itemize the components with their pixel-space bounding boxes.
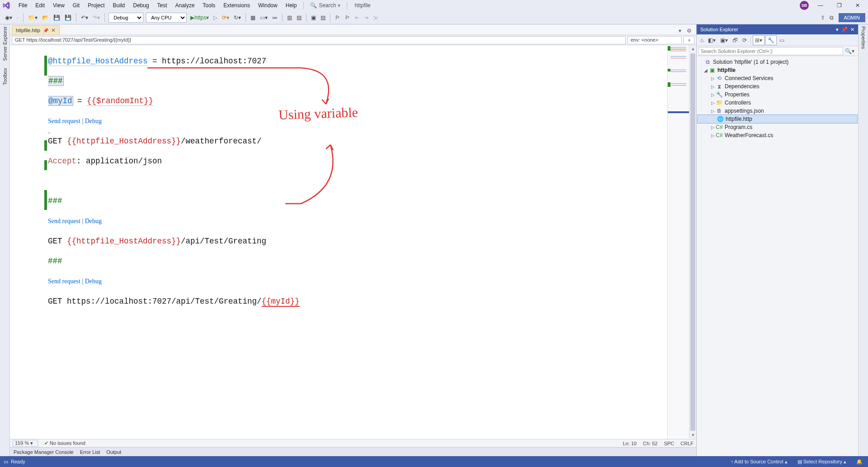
menu-build[interactable]: Build xyxy=(109,1,129,10)
menu-help[interactable]: Help xyxy=(282,1,301,10)
tab-overflow-button[interactable]: ▾ xyxy=(677,27,683,35)
scroll-up-icon[interactable]: ▴ xyxy=(689,45,696,52)
preview-icon[interactable]: ▭ xyxy=(778,36,786,45)
close-icon[interactable]: ✕ xyxy=(51,27,56,33)
pending-icon[interactable]: ▣▾ xyxy=(718,36,730,45)
menu-git[interactable]: Git xyxy=(69,1,84,10)
request-selector[interactable]: GET https://localhost:7027/api/Test/Grea… xyxy=(12,36,626,44)
tb-icon[interactable]: ▥ xyxy=(285,13,294,22)
menu-edit[interactable]: Edit xyxy=(31,1,49,10)
debug-link[interactable]: Debug xyxy=(85,278,102,285)
col-indicator[interactable]: Ch: 52 xyxy=(643,441,657,446)
scroll-down-icon[interactable]: ▾ xyxy=(689,432,696,439)
tree-program[interactable]: ▷C#Program.cs xyxy=(698,123,857,131)
tree-weather[interactable]: ▷C#WeatherForecast.cs xyxy=(698,131,857,139)
panel-menu-icon[interactable]: ▾ xyxy=(836,27,839,33)
send-request-link[interactable]: Send request xyxy=(48,118,80,124)
code-area[interactable]: @httpfile_HostAddress = https://localhos… xyxy=(48,45,667,439)
tb-icon[interactable]: ⇲ xyxy=(371,13,380,22)
search-box[interactable]: 🔍 Search ▾ xyxy=(307,1,344,10)
tab-settings-button[interactable]: ⚙ xyxy=(685,27,693,35)
tree-appsettings[interactable]: ▷🗎appsettings.json xyxy=(698,107,857,115)
line-indicator[interactable]: Ln: 10 xyxy=(623,441,637,446)
refresh-icon[interactable]: ⟳ xyxy=(741,36,749,45)
menu-tools[interactable]: Tools xyxy=(198,1,219,10)
env-selector[interactable]: env: <none> xyxy=(627,36,682,44)
output-tab[interactable]: Output xyxy=(106,449,121,455)
nav-forward-button[interactable]: ◦ xyxy=(14,13,21,22)
search-icon[interactable]: 🔍▾ xyxy=(843,48,856,54)
eol-indicator[interactable]: CRLF xyxy=(680,441,693,446)
save-button[interactable]: 💾 xyxy=(51,13,62,22)
home-icon[interactable]: ⌂ xyxy=(698,36,705,45)
properties-icon[interactable]: 🔧 xyxy=(765,35,777,45)
tb-icon[interactable]: 🏳 xyxy=(333,13,343,22)
menu-extensions[interactable]: Extensions xyxy=(219,1,254,10)
solution-config-select[interactable]: Debug xyxy=(108,13,143,23)
tb-icon[interactable]: ▤ xyxy=(318,13,328,22)
close-icon[interactable]: ✕ xyxy=(850,27,854,33)
admin-badge[interactable]: ADMIN xyxy=(839,13,865,22)
toolbox-tab[interactable]: Toolbox xyxy=(2,68,8,85)
select-repo-button[interactable]: ▤ Select Repository ▴ xyxy=(796,458,848,466)
open-file-button[interactable]: 📂 xyxy=(40,13,51,22)
menu-test[interactable]: Test xyxy=(153,1,171,10)
switch-views-icon[interactable]: ◧▾ xyxy=(706,36,717,45)
menu-project[interactable]: Project xyxy=(84,1,108,10)
menu-debug[interactable]: Debug xyxy=(129,1,153,10)
tb-icon[interactable]: ▤ xyxy=(294,13,304,22)
tb-icon[interactable]: ▭▾ xyxy=(258,13,270,22)
start-without-debug-button[interactable]: ▷ xyxy=(211,13,220,22)
file-tab-httpfile[interactable]: httpfile.http 📌 ✕ xyxy=(12,25,60,35)
save-all-button[interactable]: 💾 xyxy=(62,13,74,22)
editor[interactable]: ⌄ @httpfile_HostAddress = https://localh… xyxy=(10,45,696,439)
notifications-icon[interactable]: 🔔 xyxy=(854,458,864,466)
pin-icon[interactable]: 📌 xyxy=(841,27,848,33)
nav-back-button[interactable]: ◉▾ xyxy=(3,13,14,22)
send-request-link[interactable]: Send request xyxy=(48,278,80,285)
tb-icon[interactable]: ⇥ xyxy=(362,13,371,22)
close-button[interactable]: ✕ xyxy=(851,0,864,10)
tb-icon[interactable]: 🏳 xyxy=(343,13,353,22)
sync-icon[interactable]: 🗗 xyxy=(731,36,740,45)
refresh-button[interactable]: ↻▾ xyxy=(231,13,243,22)
live-share-button[interactable]: ⧉ xyxy=(827,13,836,22)
menu-view[interactable]: View xyxy=(49,1,69,10)
show-all-icon[interactable]: ⊞▾ xyxy=(753,35,764,45)
tb-icon[interactable]: ≔ xyxy=(270,13,280,22)
user-avatar[interactable]: SB xyxy=(800,1,809,10)
tree-properties[interactable]: ▷🔧Properties xyxy=(698,91,857,99)
minimize-button[interactable]: — xyxy=(813,0,828,10)
menu-analyze[interactable]: Analyze xyxy=(171,1,199,10)
debug-link[interactable]: Debug xyxy=(85,118,102,124)
undo-button[interactable]: ↶▾ xyxy=(79,13,90,22)
tree-solution[interactable]: ⧉Solution 'httpfile' (1 of 1 project) xyxy=(698,58,857,66)
tree-project[interactable]: ◢▣httpfile xyxy=(698,66,857,74)
restore-button[interactable]: ❐ xyxy=(832,0,846,10)
package-manager-console-tab[interactable]: Package Manager Console xyxy=(14,449,74,455)
share-button[interactable]: ⇪ xyxy=(818,13,827,22)
tb-icon[interactable]: ⇤ xyxy=(353,13,362,22)
solution-platform-select[interactable]: Any CPU xyxy=(146,13,187,23)
add-source-control-button[interactable]: ↑ Add to Source Control ▴ xyxy=(729,458,789,466)
tree-httpfile[interactable]: 🌐httpfile.http xyxy=(698,115,857,123)
tb-icon[interactable]: ▦ xyxy=(248,13,258,22)
solution-search-input[interactable] xyxy=(698,47,843,55)
issues-status[interactable]: ✔ No issues found xyxy=(44,440,85,446)
server-explorer-tab[interactable]: Server Explorer xyxy=(2,26,8,61)
menu-window[interactable]: Window xyxy=(254,1,282,10)
hot-reload-button[interactable]: ⟳▾ xyxy=(220,13,231,22)
solution-explorer-title[interactable]: Solution Explorer ▾ 📌 ✕ xyxy=(697,24,858,34)
pin-icon[interactable]: 📌 xyxy=(43,28,48,33)
tb-icon[interactable]: ▣ xyxy=(309,13,318,22)
vertical-scrollbar[interactable]: ▴ ▾ xyxy=(689,45,696,439)
minimap[interactable] xyxy=(667,45,689,439)
new-project-button[interactable]: 📁▾ xyxy=(26,13,40,22)
menu-file[interactable]: File xyxy=(14,1,31,10)
indent-indicator[interactable]: SPC xyxy=(664,441,675,446)
tree-controllers[interactable]: ▷📁Controllers xyxy=(698,99,857,107)
properties-tab[interactable]: Properties xyxy=(861,26,866,49)
zoom-select[interactable]: 159 % ▾ xyxy=(13,440,38,447)
send-request-link[interactable]: Send request xyxy=(48,218,80,224)
debug-link[interactable]: Debug xyxy=(85,218,102,224)
